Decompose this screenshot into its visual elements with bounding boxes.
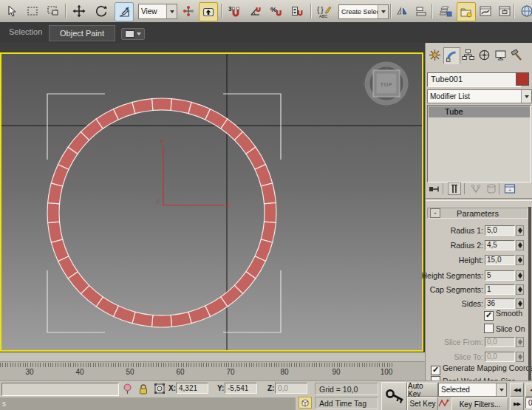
- angle-snap-icon: [249, 4, 262, 18]
- sides-field[interactable]: 36: [485, 298, 515, 309]
- viewport-canvas[interactable]: Y X Z N W E S TOP: [1, 54, 422, 350]
- generate-mapping-checkbox[interactable]: ✓: [431, 366, 440, 375]
- height-segments-field[interactable]: 5: [485, 270, 515, 281]
- spinner-snap-toggle-button[interactable]: [288, 2, 306, 20]
- tube-segment[interactable]: [132, 312, 153, 327]
- edit-named-selection-sets-button[interactable]: { } ABC: [316, 2, 333, 20]
- tube-object[interactable]: [47, 98, 276, 327]
- selection-filter-dropdown[interactable]: Selected: [438, 383, 507, 397]
- ribbon-tab-object-paint[interactable]: Object Paint: [49, 25, 115, 41]
- curve-editor-button[interactable]: [477, 2, 494, 20]
- toggle-ribbon-button[interactable]: [457, 2, 476, 21]
- frame-label: 90: [332, 368, 340, 376]
- tab-hierarchy[interactable]: [460, 47, 476, 63]
- track-bar[interactable]: 30 40 50 60 70 80 90 100: [0, 362, 425, 380]
- modifier-stack[interactable]: Tube: [427, 105, 531, 182]
- layer-manager-button[interactable]: [436, 2, 454, 20]
- object-color-swatch[interactable]: [516, 72, 529, 86]
- select-object-button[interactable]: [3, 2, 21, 20]
- viewcube[interactable]: N W E S TOP: [362, 64, 409, 108]
- z-coord-field[interactable]: 0,0: [275, 383, 307, 394]
- window-crossing-toggle-button[interactable]: [44, 2, 62, 20]
- absolute-offset-mode-icon[interactable]: [154, 383, 165, 394]
- material-editor-button[interactable]: [518, 2, 532, 20]
- previous-frame-button[interactable]: ◀: [525, 383, 532, 397]
- ribbon-tab-selection[interactable]: Selection: [9, 27, 42, 36]
- height-spinner[interactable]: [516, 255, 524, 265]
- active-viewport[interactable]: Y X Z N W E S TOP: [0, 52, 423, 352]
- align-button[interactable]: [412, 2, 430, 20]
- angle-snap-toggle-button[interactable]: [247, 2, 265, 20]
- remove-modifier-icon[interactable]: [486, 183, 497, 194]
- maxscript-mini-listener[interactable]: [1, 383, 119, 396]
- rectangular-selection-region-button[interactable]: [24, 2, 41, 20]
- tab-modify[interactable]: [443, 47, 460, 64]
- radius2-spinner[interactable]: [516, 240, 524, 250]
- tube-segment[interactable]: [261, 183, 276, 204]
- cap-segments-field[interactable]: 1: [485, 284, 515, 295]
- tab-motion[interactable]: [477, 47, 492, 63]
- set-keys-button[interactable]: [381, 382, 407, 410]
- schematic-view-button[interactable]: [496, 2, 514, 20]
- make-unique-icon[interactable]: [470, 184, 482, 194]
- modifier-list-dropdown[interactable]: Modifier List: [427, 89, 532, 103]
- mirror-button[interactable]: [393, 2, 411, 20]
- y-coord-field[interactable]: -5,541: [225, 383, 257, 394]
- key-filters-button[interactable]: Key Filters...: [451, 397, 508, 410]
- tube-segment[interactable]: [171, 99, 191, 114]
- tube-segment[interactable]: [152, 315, 172, 327]
- viewport[interactable]: Y X Z N W E S TOP: [0, 43, 425, 352]
- ribbon-display-dropdown[interactable]: [121, 28, 145, 40]
- select-and-manipulate-button[interactable]: [180, 2, 197, 20]
- rollout-scrollbar[interactable]: [528, 207, 531, 380]
- time-tag-cube-button[interactable]: [299, 397, 312, 409]
- configure-modifier-sets-icon[interactable]: +: [504, 183, 516, 194]
- stack-item-tube[interactable]: Tube: [429, 106, 530, 117]
- tube-segment[interactable]: [265, 203, 276, 223]
- object-name-field[interactable]: Tube001: [427, 72, 521, 87]
- height-segments-spinner[interactable]: [516, 270, 524, 281]
- snap-toggle-3d-button[interactable]: 3: [225, 2, 243, 20]
- rollout-collapse-button[interactable]: -: [430, 208, 440, 218]
- named-selection-sets-dropdown[interactable]: Create Selection Se: [338, 4, 389, 19]
- x-coord-field[interactable]: 4,321: [176, 383, 208, 394]
- height-field[interactable]: 15,0: [485, 255, 515, 265]
- tube-segment[interactable]: [171, 312, 191, 327]
- sides-spinner[interactable]: [516, 298, 524, 309]
- select-and-move-button[interactable]: [70, 2, 88, 20]
- add-time-tag[interactable]: Add Time Tag: [315, 397, 378, 409]
- tab-create[interactable]: [427, 47, 443, 63]
- radius1-field[interactable]: 5,0: [485, 225, 515, 236]
- selection-lock-icon[interactable]: [138, 383, 149, 394]
- isolate-selection-icon[interactable]: [123, 383, 132, 394]
- tube-segment[interactable]: [152, 98, 172, 110]
- tab-display[interactable]: [493, 47, 508, 63]
- smooth-checkbox[interactable]: ✓: [484, 311, 494, 321]
- select-and-scale-button[interactable]: [115, 2, 134, 21]
- set-key-button[interactable]: Set Key: [407, 397, 438, 410]
- time-slider-track[interactable]: [0, 352, 425, 362]
- radius1-spinner[interactable]: [516, 225, 524, 236]
- cap-segments-spinner[interactable]: [516, 284, 524, 295]
- percent-snap-toggle-button[interactable]: %: [267, 2, 285, 20]
- select-and-rotate-button[interactable]: [92, 2, 110, 20]
- show-end-result-button[interactable]: [448, 182, 461, 195]
- tube-segment[interactable]: [48, 183, 63, 204]
- parameters-rollout-header[interactable]: - Parameters: [427, 208, 528, 219]
- tube-segment[interactable]: [261, 222, 276, 242]
- tube-segment[interactable]: [132, 99, 153, 114]
- default-in-out-tangents-icon[interactable]: [438, 398, 450, 409]
- radius2-field[interactable]: 4,5: [485, 240, 515, 250]
- slice-on-checkbox[interactable]: [484, 324, 494, 333]
- tab-utilities[interactable]: [509, 47, 525, 63]
- transform-gizmo[interactable]: Y X Z: [156, 137, 230, 210]
- current-frame-field[interactable]: 0: [525, 397, 532, 409]
- reference-coordinate-system-dropdown[interactable]: View: [138, 4, 177, 19]
- tube-segment[interactable]: [47, 203, 59, 223]
- go-to-start-button[interactable]: ◀◀: [510, 383, 524, 397]
- tube-segment[interactable]: [48, 222, 63, 242]
- go-to-end-button[interactable]: ▶▶: [510, 397, 524, 410]
- keyboard-shortcut-override-toggle[interactable]: [199, 2, 218, 21]
- auto-key-button[interactable]: Auto Key: [407, 383, 438, 397]
- pin-stack-icon[interactable]: [429, 184, 440, 194]
